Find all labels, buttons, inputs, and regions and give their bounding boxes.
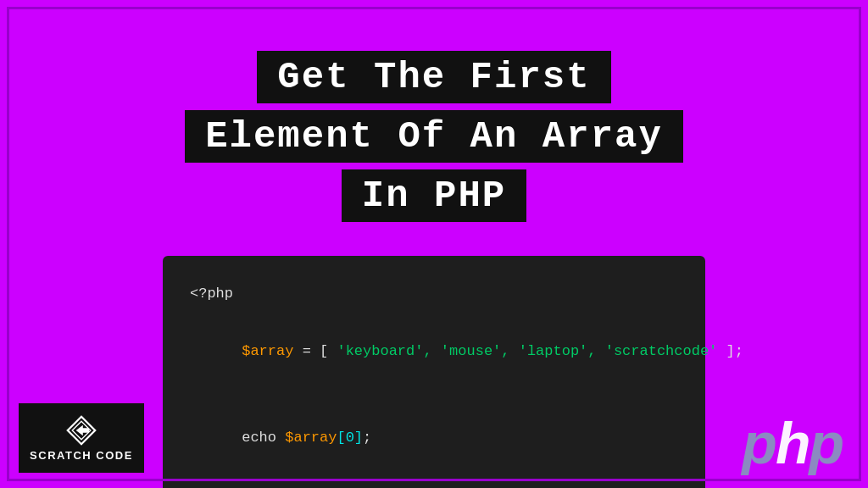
code-line-2: $array = [ 'keyboard', 'mouse', 'laptop'… xyxy=(190,308,678,395)
title-line-2: Element Of An Array xyxy=(185,110,683,163)
code-var: $array xyxy=(242,343,293,359)
code-block: <?php $array = [ 'keyboard', 'mouse', 'l… xyxy=(163,256,705,488)
title-block: Get The First Element Of An Array In PHP xyxy=(185,51,683,222)
code-assign: = [ xyxy=(293,343,337,359)
scratch-icon xyxy=(66,415,97,446)
scratch-label: SCRATCH CODE xyxy=(30,449,133,462)
php-text-p1: p xyxy=(742,411,776,475)
code-index: [0] xyxy=(337,430,363,446)
title-line-3: In PHP xyxy=(342,169,526,222)
code-echo: echo xyxy=(242,430,285,446)
code-var2: $array xyxy=(285,430,337,446)
php-text-p2: p xyxy=(809,411,843,475)
code-line-1: <?php xyxy=(190,280,678,308)
title-line-1: Get The First xyxy=(257,51,610,103)
code-end: ]; xyxy=(717,343,743,359)
php-text-h: h xyxy=(776,411,810,475)
code-values: 'keyboard', 'mouse', 'laptop', 'scratchc… xyxy=(337,343,717,359)
code-line-3: echo $array[0]; xyxy=(190,395,678,481)
php-logo: php xyxy=(742,410,843,476)
scratch-logo: SCRATCH CODE xyxy=(19,403,144,473)
code-semi: ; xyxy=(363,430,371,446)
